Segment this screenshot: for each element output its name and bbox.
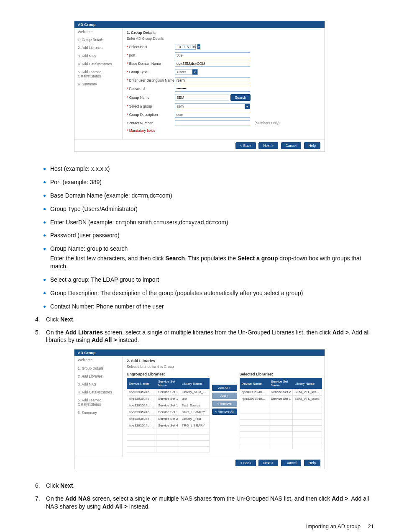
mandatory-note: * Mandatory fields [127,129,155,133]
table-row[interactable]: hpe8393524b1daService Set 1Library_SEM_V… [127,389,210,396]
col-service[interactable]: Service Set Name [269,378,293,389]
wizard1-content: 1. Group Details Enter AD Group Details … [123,28,325,139]
sidebar-add-catalyst[interactable]: 4. Add CatalystStores [74,60,122,68]
row-group-type: * Group Type Users ▼ [127,69,320,75]
group-desc-input[interactable] [175,112,250,118]
chevron-down-icon: ▼ [192,69,197,75]
sidebar-add-libraries[interactable]: 2. Add Libraries [74,373,122,380]
sidebar-group-details[interactable]: 1. Group Details [74,36,122,44]
select-group-dropdown[interactable]: sem ▼ [175,103,250,109]
row-mandatory: * Mandatory fields [127,129,320,133]
table-row[interactable]: hpe8393524b1daService Set 1Test_Source [127,402,210,409]
wizard1-body: Welcome 1. Group Details 2. Add Librarie… [74,28,325,139]
cancel-button[interactable]: Cancel [281,460,301,466]
col-library[interactable]: Library Name [293,378,322,389]
txt-bold: Next [60,316,73,323]
list-item: Group Name: group to search Enter the fi… [50,244,374,270]
label-password: * Password [127,87,175,91]
sidebar-add-nas[interactable]: 3. Add NAS [74,52,122,60]
wizard1-sidebar: Welcome 1. Group Details 2. Add Librarie… [74,28,123,139]
back-button[interactable]: < Back [235,142,256,149]
bullet-list: Host (example: x.x.x.x) Port (example: 3… [25,164,374,311]
back-button[interactable]: < Back [235,460,256,466]
sidebar-welcome[interactable]: Welcome [74,28,122,36]
wizard1-title: 1. Group Details [127,31,320,35]
txt: instead. [117,337,139,343]
chevron-down-icon: ▼ [197,44,200,49]
table-row[interactable]: hpe8393524b1daService Set 2Library _Test [127,416,210,422]
page-footer: Importing an AD group 21 [25,523,374,529]
wizard1-footer: < Back Next > Cancel Help [74,139,325,152]
wizard2-content: 2. Add Libraries Select Libraries for th… [123,356,326,457]
wizard-group-details: AD Group Welcome 1. Group Details 2. Add… [74,21,325,152]
user-dn-input[interactable] [175,77,250,83]
add-all-button[interactable]: Add All > [212,385,237,391]
list-item: Password (user password) [50,231,374,239]
label-group-name-text: Group Name [129,95,150,100]
next-button[interactable]: Next > [258,460,278,466]
group-name-input[interactable] [175,95,229,100]
sidebar-summary[interactable]: 6. Summary [74,409,122,417]
remove-all-button[interactable]: < Remove All [212,409,237,415]
txt: . This populates the [185,255,238,262]
txt: instead. [128,503,150,510]
row-base-domain: * Base Domain Name [127,61,320,67]
sidebar-add-teamed-catalyst[interactable]: 5. Add Teamed CatalystStores [74,396,122,409]
txt-bold: Add Libraries [65,329,103,336]
label-port: * port [127,53,175,57]
port-input[interactable] [175,52,250,58]
col-service[interactable]: Service Set Name [156,378,180,389]
table-row[interactable]: hpe8393524b1daService Set 1SEM_VTL_laxmi [240,396,322,402]
txt: Click [46,482,60,489]
password-input[interactable] [175,86,250,92]
txt-bold: Search [165,255,185,262]
sidebar-add-libraries[interactable]: 2. Add Libraries [74,44,122,52]
wizard2-sidebar: Welcome 1. Group Details 2. Add Librarie… [74,356,123,457]
sidebar-add-catalyst[interactable]: 4. Add CatalystStores [74,388,122,396]
col-device[interactable]: Device Name [240,378,269,389]
label-select-group: * Select a group [127,104,175,108]
txt-bold: Add > [332,495,348,502]
table-row[interactable]: hpe8393524b1daService Set 2SEM_VTL_laxmi… [240,389,322,396]
cancel-button[interactable]: Cancel [281,142,301,149]
list-item: Group Description: The description of th… [50,289,374,297]
help-button[interactable]: Help [304,142,320,149]
col-library[interactable]: Library Name [180,378,209,389]
label-port-text: port [129,53,136,57]
remove-button[interactable]: < Remove [212,401,237,407]
step-4: 4. Click Next. [35,316,374,324]
next-button[interactable]: Next > [258,142,278,149]
base-domain-input[interactable] [175,61,250,67]
txt: Click [46,316,60,323]
table-row[interactable]: hpe8393524b1daService Set 4TRG_LIBRARY [127,422,210,429]
row-contact: Contact Number (Numbers Only) [127,120,320,126]
sidebar-welcome[interactable]: Welcome [74,356,122,364]
list-item: Port (example: 389) [50,178,374,186]
table-row[interactable]: hpe8393524b1daService Set 1test [127,396,210,402]
ungrouped-panel: Ungrouped Libraries: Device Name Service… [127,372,210,452]
row-group-desc: * Group Description [127,112,320,118]
group-name-bullet: Group Name: group to search [50,245,128,252]
txt: screen, select a single or multiple NAS … [91,495,332,502]
row-port: * port [127,52,320,58]
list-item: Enter UserDN (example: cn=john smith,cn=… [50,218,374,226]
page-number: 21 [368,523,374,529]
label-group-name: * Group Name [127,95,175,100]
col-device[interactable]: Device Name [127,378,156,389]
host-value: 10.11.5.108 [175,45,197,49]
sidebar-group-details[interactable]: 1. Group Details [74,365,122,373]
txt-bold: Select a group [238,255,278,262]
help-button[interactable]: Help [304,460,320,466]
label-user-dn-text: Enter user Distinguish Name [129,78,174,82]
sidebar-add-teamed-catalyst[interactable]: 5. Add Teamed CatalystStores [74,68,122,80]
label-group-type-text: Group Type [129,70,148,74]
sidebar-add-nas[interactable]: 3. Add NAS [74,380,122,388]
contact-input[interactable] [175,120,250,126]
host-select[interactable]: 10.11.5.108 ▼ [175,44,196,50]
search-button[interactable]: Search [230,94,251,101]
table-row[interactable]: hpe8393524b1daService Set 1SRC_LIBRARY [127,409,210,416]
add-button[interactable]: Add > [212,393,237,399]
sidebar-summary[interactable]: 6. Summary [74,80,122,88]
group-type-select[interactable]: Users ▼ [175,69,198,75]
group-type-value: Users [175,70,188,74]
